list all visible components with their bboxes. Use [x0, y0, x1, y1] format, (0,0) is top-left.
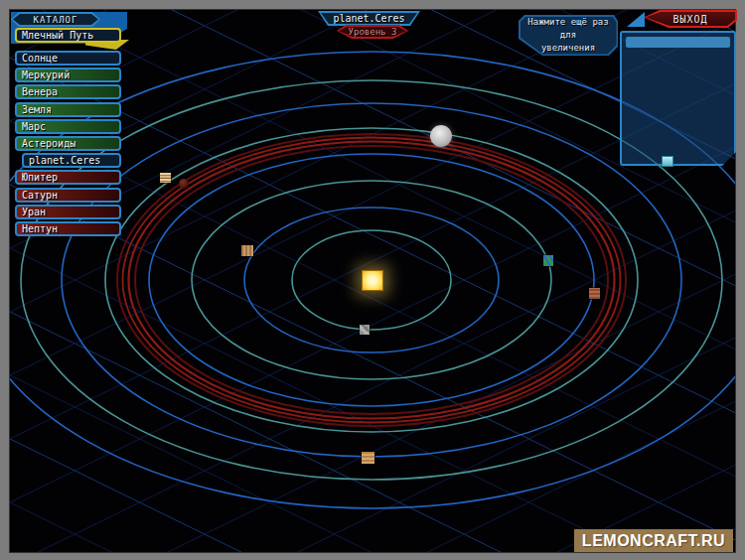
sidebar-item-mars[interactable]: Марс — [15, 119, 121, 134]
level-banner: Уровень 3 — [337, 25, 408, 39]
panel-scroll-handle[interactable] — [663, 157, 672, 166]
catalog-header: КАТАЛОГ — [11, 12, 100, 27]
watermark-label: LEMONCRAFT.RU — [582, 532, 725, 550]
watermark-banner: LEMONCRAFT.RU — [574, 529, 733, 552]
sidebar-item-earth[interactable]: Земля — [15, 102, 121, 117]
body-venus[interactable] — [241, 245, 253, 256]
body-sun[interactable] — [362, 270, 383, 291]
sidebar-item-neptune[interactable]: Нептун — [15, 221, 121, 236]
body-saturn[interactable] — [362, 452, 374, 464]
sidebar-item-uranus[interactable]: Уран — [15, 205, 121, 219]
grid-line — [10, 185, 735, 540]
grid-line — [10, 338, 735, 552]
info-panel — [620, 31, 736, 166]
tooltip-line1: Нажмите ещё раз для — [521, 16, 617, 42]
sidebar-item-sun[interactable]: Солнце — [15, 51, 121, 66]
sidebar-item-asteroids[interactable]: Астероиды — [15, 136, 121, 151]
sidebar-item-ceres[interactable]: planet.Ceres — [22, 153, 121, 168]
zoom-hint-tooltip: Нажмите ещё раз для увеличения — [519, 15, 618, 56]
sidebar-item-milky-way[interactable]: Млечный Путь — [15, 28, 121, 43]
body-earth[interactable] — [543, 255, 553, 266]
info-panel-header-bar — [626, 37, 730, 48]
tooltip-line2: увеличения — [541, 42, 595, 55]
exit-button[interactable]: ВЫХОД — [644, 10, 737, 28]
body-mars[interactable] — [589, 288, 600, 299]
selected-body-name: planet.Ceres — [320, 13, 418, 24]
celestial-map-screen: КАТАЛОГ Млечный ПутьСолнцеМеркурийВенера… — [0, 0, 745, 560]
sidebar-item-venus[interactable]: Венера — [15, 84, 121, 99]
grid-line — [10, 375, 735, 552]
sidebar-item-saturn[interactable]: Сатурн — [15, 188, 121, 203]
body-asteroid[interactable] — [179, 179, 189, 189]
body-mercury[interactable] — [360, 325, 370, 335]
sidebar-item-jupiter[interactable]: Юпитер — [15, 170, 121, 185]
body-jupiter[interactable] — [160, 173, 171, 183]
body-ceres[interactable] — [430, 125, 452, 147]
catalog-header-label: КАТАЛОГ — [13, 14, 98, 25]
sidebar-item-mercury[interactable]: Меркурий — [15, 68, 121, 82]
selected-body-banner: planet.Ceres — [318, 11, 420, 26]
